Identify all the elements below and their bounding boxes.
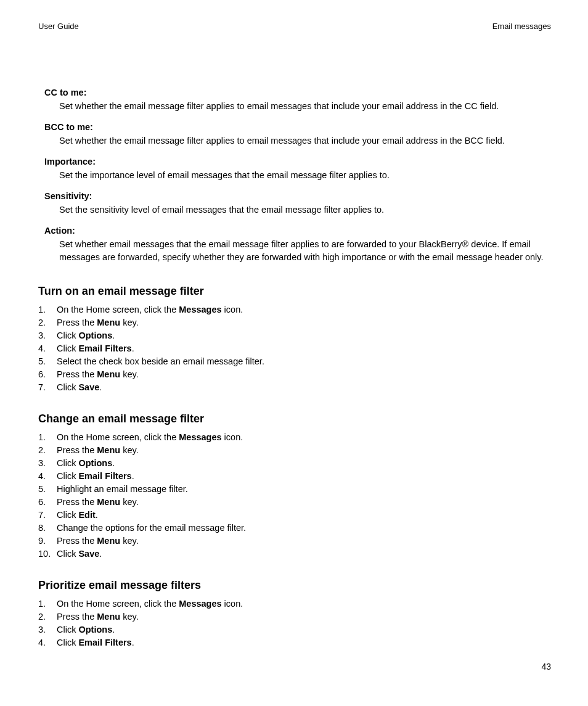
step-item: Click Email Filters. [38, 342, 551, 355]
step-item: On the Home screen, click the Messages i… [38, 597, 551, 610]
page-number: 43 [541, 662, 551, 671]
step-item: Click Edit. [38, 509, 551, 522]
step-item: Click Save. [38, 548, 551, 560]
step-item: Click Save. [38, 381, 551, 394]
definition-term: BCC to me: [44, 122, 551, 132]
page: User Guide Email messages CC to me:Set w… [0, 0, 588, 649]
definition-item: CC to me:Set whether the email message f… [44, 88, 551, 113]
definition-item: Importance:Set the importance level of e… [44, 157, 551, 182]
definition-item: BCC to me:Set whether the email message … [44, 122, 551, 147]
definition-term: Action: [44, 226, 551, 236]
section: Prioritize email message filtersOn the H… [38, 579, 551, 649]
step-item: Click Email Filters. [38, 636, 551, 649]
step-item: Press the Menu key. [38, 610, 551, 623]
definition-item: Action:Set whether email messages that t… [44, 226, 551, 264]
section: Turn on an email message filterOn the Ho… [38, 285, 551, 394]
definition-description: Set whether email messages that the emai… [59, 238, 551, 264]
step-item: Click Options. [38, 457, 551, 470]
step-item: Click Options. [38, 329, 551, 342]
definition-term: Sensitivity: [44, 191, 551, 201]
header-right: Email messages [492, 22, 551, 31]
step-item: Highlight an email message filter. [38, 483, 551, 496]
definition-description: Set whether the email message filter app… [59, 134, 551, 147]
definitions-list: CC to me:Set whether the email message f… [44, 88, 551, 264]
step-item: On the Home screen, click the Messages i… [38, 303, 551, 316]
section-heading: Change an email message filter [38, 413, 551, 425]
steps-list: On the Home screen, click the Messages i… [38, 431, 551, 560]
step-item: Click Email Filters. [38, 470, 551, 483]
step-item: Select the check box beside an email mes… [38, 355, 551, 368]
step-item: Press the Menu key. [38, 535, 551, 548]
step-item: Press the Menu key. [38, 316, 551, 329]
sections-container: Turn on an email message filterOn the Ho… [38, 285, 551, 649]
step-item: Change the options for the email message… [38, 522, 551, 535]
definition-description: Set the sensitivity level of email messa… [59, 203, 551, 216]
step-item: Press the Menu key. [38, 368, 551, 381]
steps-list: On the Home screen, click the Messages i… [38, 303, 551, 394]
definition-term: Importance: [44, 157, 551, 166]
header-left: User Guide [38, 22, 79, 31]
section-heading: Prioritize email message filters [38, 579, 551, 592]
step-item: Press the Menu key. [38, 496, 551, 509]
definition-description: Set whether the email message filter app… [59, 100, 551, 113]
definition-item: Sensitivity:Set the sensitivity level of… [44, 191, 551, 216]
definition-term: CC to me: [44, 88, 551, 97]
definition-description: Set the importance level of email messag… [59, 169, 551, 182]
section: Change an email message filterOn the Hom… [38, 413, 551, 560]
step-item: Click Options. [38, 623, 551, 636]
step-item: Press the Menu key. [38, 444, 551, 457]
steps-list: On the Home screen, click the Messages i… [38, 597, 551, 649]
page-header: User Guide Email messages [38, 22, 551, 31]
section-heading: Turn on an email message filter [38, 285, 551, 298]
step-item: On the Home screen, click the Messages i… [38, 431, 551, 444]
